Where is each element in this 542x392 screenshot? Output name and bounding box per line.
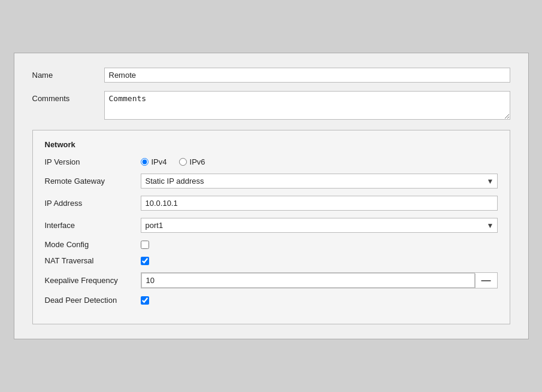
ip-address-control: [141, 196, 498, 211]
name-input[interactable]: [104, 68, 510, 83]
ip-address-row: IP Address: [45, 196, 498, 211]
interface-select[interactable]: port1 port2 port3: [141, 218, 498, 233]
name-label: Name: [32, 68, 104, 80]
ipv4-label: IPv4: [152, 157, 167, 166]
dead-peer-control: [141, 296, 498, 305]
ip-version-control: IPv4 IPv6: [141, 157, 498, 166]
interface-row: Interface port1 port2 port3 ▼: [45, 218, 498, 233]
name-field-wrapper: [104, 68, 510, 83]
ipv6-option[interactable]: IPv6: [179, 157, 205, 166]
ipv4-radio[interactable]: [141, 158, 149, 166]
ipv6-radio[interactable]: [179, 158, 187, 166]
main-container: Name Comments Comments Network IP Versio…: [14, 53, 529, 339]
dead-peer-checkbox[interactable]: [141, 296, 149, 305]
nat-traversal-checkbox[interactable]: [141, 257, 149, 265]
keepalive-wrapper: —: [141, 272, 498, 288]
remote-gateway-select[interactable]: Static IP address Dynamic DNS Dialup Use…: [141, 174, 498, 189]
keepalive-row: Keepalive Frequency —: [45, 272, 498, 288]
dead-peer-row: Dead Peer Detection: [45, 296, 498, 305]
mode-config-control: [141, 241, 498, 249]
mode-config-label: Mode Config: [45, 240, 141, 249]
interface-label: Interface: [45, 221, 141, 230]
nat-traversal-row: NAT Traversal: [45, 256, 498, 265]
ip-address-label: IP Address: [45, 199, 141, 208]
keepalive-input[interactable]: [141, 273, 475, 288]
remote-gateway-control: Static IP address Dynamic DNS Dialup Use…: [141, 174, 498, 189]
ip-version-label: IP Version: [45, 157, 141, 166]
network-section: Network IP Version IPv4 IPv6 Remote Gate…: [32, 130, 510, 324]
nat-traversal-label: NAT Traversal: [45, 256, 141, 265]
dead-peer-label: Dead Peer Detection: [45, 296, 141, 305]
ipv6-label: IPv6: [190, 157, 205, 166]
interface-control: port1 port2 port3 ▼: [141, 218, 498, 233]
network-title: Network: [45, 140, 498, 149]
keepalive-label: Keepalive Frequency: [45, 276, 141, 285]
ip-version-row: IP Version IPv4 IPv6: [45, 157, 498, 166]
comments-input[interactable]: Comments: [104, 91, 510, 120]
mode-config-row: Mode Config: [45, 240, 498, 249]
ip-address-input[interactable]: [141, 196, 498, 211]
keepalive-minus-button[interactable]: —: [475, 274, 497, 288]
name-row: Name: [32, 68, 510, 83]
interface-select-wrapper: port1 port2 port3 ▼: [141, 218, 498, 233]
ipv4-option[interactable]: IPv4: [141, 157, 167, 166]
comments-row: Comments Comments: [32, 91, 510, 121]
keepalive-control: —: [141, 272, 498, 288]
remote-gateway-select-wrapper: Static IP address Dynamic DNS Dialup Use…: [141, 174, 498, 189]
comments-field-wrapper: Comments: [104, 91, 510, 121]
mode-config-checkbox[interactable]: [141, 241, 149, 249]
nat-traversal-control: [141, 257, 498, 265]
remote-gateway-row: Remote Gateway Static IP address Dynamic…: [45, 174, 498, 189]
comments-label: Comments: [32, 91, 104, 103]
remote-gateway-label: Remote Gateway: [45, 177, 141, 186]
